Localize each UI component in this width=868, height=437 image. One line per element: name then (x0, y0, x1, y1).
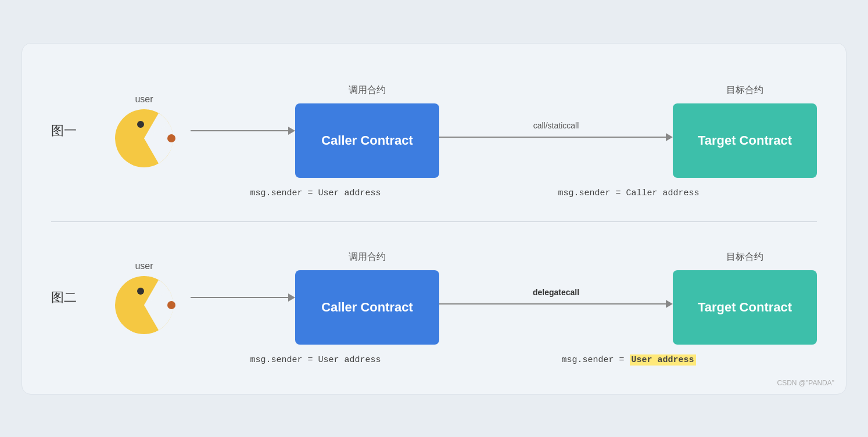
arrow-line-container-2b (439, 300, 673, 308)
arrow-head-2a (288, 293, 295, 302)
diagram-2-label: 图二 (51, 289, 98, 306)
pacman-dot-2 (167, 301, 175, 309)
diagram-2-user-label: user (135, 261, 153, 271)
diagram-section-1: 图一 user 调用合约 (51, 67, 817, 210)
arrow-head-1b (666, 133, 673, 141)
arrow-caller-to-target-1: call/staticcall (439, 121, 673, 141)
highlighted-user-address: User address (630, 354, 696, 366)
diagram-2-caller-title: 调用合约 (349, 251, 386, 263)
pacman-dot-1 (167, 134, 175, 142)
diagram-1-user-label: user (135, 94, 153, 105)
diagram-1-user-area: user (98, 94, 191, 167)
arrow-head-2b (666, 300, 673, 308)
arrow-line-container-1b (439, 133, 673, 141)
diagram-1-target-title: 目标合约 (726, 84, 763, 96)
arrow-caller-to-target-2: delegatecall (439, 288, 673, 308)
diagram-2-sender-caller: msg.sender = User address (191, 354, 440, 365)
diagram-1-label: 图一 (51, 122, 98, 139)
diagram-2-user-area: user (98, 261, 191, 334)
arrow-line-1a (191, 130, 288, 131)
arrow-user-to-caller-2 (191, 293, 295, 302)
diagram-1-caller-box: Caller Contract (295, 103, 439, 178)
diagram-2-sender-target: msg.sender = User address (440, 354, 817, 365)
arrow-line-2a (191, 297, 288, 298)
diagram-section-2: 图二 user 调用合约 (51, 234, 817, 377)
arrow-head-1a (288, 127, 295, 135)
main-card: 图一 user 调用合约 (21, 43, 847, 395)
diagram-1-caller-title: 调用合约 (349, 84, 386, 96)
diagram-2-target-area: 目标合约 Target Contract (673, 251, 817, 345)
pacman-body-2 (115, 276, 173, 334)
diagram-2-call-label: delegatecall (533, 288, 579, 297)
diagram-2-caller-area: 调用合约 Caller Contract (295, 251, 439, 345)
pacman-eye-1 (137, 121, 144, 128)
arrow-user-to-caller-1 (191, 127, 295, 135)
watermark: CSDN @"PANDA" (777, 379, 835, 387)
diagram-1-call-label: call/staticcall (533, 121, 579, 130)
diagram-2-sender-row: msg.sender = User address msg.sender = U… (51, 354, 817, 365)
pacman-eye-2 (137, 288, 144, 295)
diagram-1-target-area: 目标合约 Target Contract (673, 84, 817, 178)
diagram-2-target-box: Target Contract (673, 270, 817, 345)
diagram-1-row: 图一 user 调用合约 (51, 84, 817, 178)
arrow-line-2b (439, 303, 666, 305)
pacman-body-1 (115, 109, 173, 167)
diagram-2-row: 图二 user 调用合约 (51, 251, 817, 345)
diagram-1-sender-caller: msg.sender = User address (191, 187, 440, 198)
section-divider (51, 221, 817, 222)
arrow-line-1b (439, 137, 666, 138)
diagram-1-target-box: Target Contract (673, 103, 817, 178)
pacman-2 (115, 276, 173, 334)
diagram-1-sender-target: msg.sender = Caller address (440, 187, 817, 198)
diagram-1-sender-row: msg.sender = User address msg.sender = C… (51, 187, 817, 198)
diagram-2-caller-box: Caller Contract (295, 270, 439, 345)
pacman-1 (115, 109, 173, 167)
diagram-2-target-title: 目标合约 (726, 251, 763, 263)
diagram-1-caller-area: 调用合约 Caller Contract (295, 84, 439, 178)
